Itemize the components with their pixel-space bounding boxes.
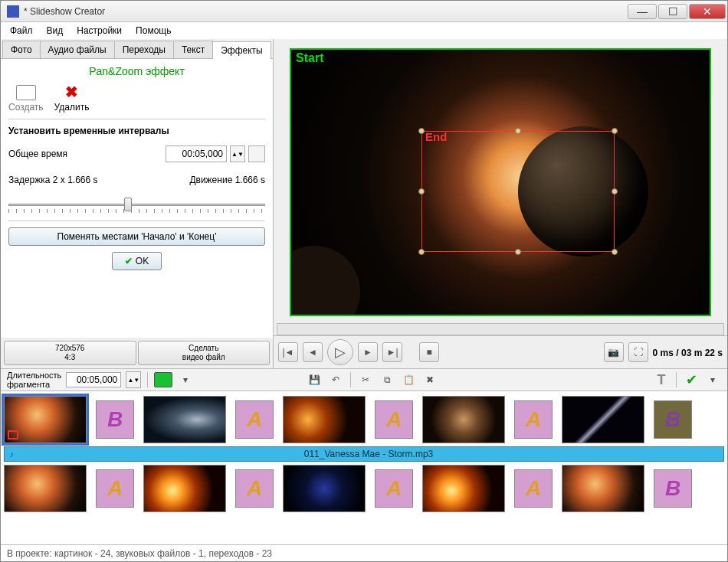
menu-file[interactable]: Файл [4,24,39,38]
snapshot-button[interactable]: 📷 [604,342,624,362]
preview-scrollbar[interactable] [277,323,724,335]
paste-icon[interactable]: 📋 [400,371,417,388]
timeline-row: A A A A B [4,465,724,512]
stop-button[interactable]: ■ [419,342,439,362]
timeline[interactable]: B A A A B ♪ 011_Vanessa Mae - Storm.mp3 … [1,391,727,544]
ok-label: OK [136,256,149,266]
fragment-duration-spinner[interactable]: ▲▼ [126,371,141,388]
time-spinner[interactable]: ▲▼ [230,145,245,162]
transition-thumb[interactable]: A [375,469,413,508]
face-thumbnail[interactable] [154,372,172,387]
tab-effects[interactable]: Эффекты [212,41,271,59]
effect-indicator-icon [8,430,18,439]
resize-handle[interactable] [612,188,618,194]
slide-thumb[interactable] [143,396,226,443]
make-video-button[interactable]: Сделать видео файл [138,341,271,365]
cut-icon[interactable]: ✂ [357,371,374,388]
delay-motion-slider[interactable] [8,196,265,213]
text-tool-icon[interactable]: T [653,371,670,388]
right-panel: Start End |◄ ◄ ▷ ► ►| [274,39,727,368]
delay-label: Задержка 2 x 1.666 s [8,175,98,185]
resize-handle[interactable] [418,128,425,134]
slide-thumb[interactable] [4,465,87,512]
slide-thumb[interactable] [283,396,366,443]
tab-audio[interactable]: Аудио файлы [40,41,115,58]
effects-panel: Pan&Zoom эффект Создать ✖ Удалить Устано… [1,59,273,338]
apply-icon[interactable]: ✔ [683,371,700,388]
tab-transitions[interactable]: Переходы [114,41,174,58]
slide-thumb[interactable] [4,396,87,443]
resize-handle[interactable] [515,128,521,134]
x-icon: ✖ [64,83,80,100]
slide-thumb[interactable] [422,465,505,512]
close-button[interactable]: ✕ [689,4,726,19]
play-button[interactable]: ▷ [327,339,353,365]
transition-thumb[interactable]: A [514,469,553,508]
preview-canvas[interactable]: Start End [290,48,711,316]
transition-thumb[interactable]: A [375,400,413,439]
menubar: Файл Вид Настройки Помощь [1,22,727,39]
motion-label: Движение 1.666 s [189,175,265,185]
time-aux-button[interactable] [248,145,265,162]
delete-icon[interactable]: ✖ [421,371,438,388]
tab-photo[interactable]: Фото [2,41,41,58]
resize-handle[interactable] [612,128,618,134]
transition-thumb[interactable]: B [96,400,134,439]
slide-thumb[interactable] [143,465,226,512]
menu-help[interactable]: Помощь [130,24,177,38]
audio-track[interactable]: ♪ 011_Vanessa Mae - Storm.mp3 [4,446,724,462]
timeline-toolbar: Длительность фрагмента ▲▼ ▾ 💾 ↶ ✂ ⧉ 📋 ✖ … [1,368,727,391]
app-icon [7,5,19,18]
transition-thumb[interactable]: B [654,400,692,439]
check-icon: ✔ [125,256,133,266]
delete-effect-button[interactable]: ✖ Удалить [54,83,90,113]
rect-icon [16,85,36,100]
transition-thumb[interactable]: B [654,469,692,508]
ok-button[interactable]: ✔ OK [112,252,162,270]
intervals-heading: Установить временные интервалы [8,126,265,136]
titlebar: * Slideshow Creator — ☐ ✕ [1,1,727,22]
tab-text[interactable]: Текст [173,41,213,58]
resize-handle[interactable] [418,188,425,194]
transition-thumb[interactable]: A [514,400,553,439]
prev-frame-button[interactable]: ◄ [303,342,323,362]
fragment-duration-label: Длительность фрагмента [7,371,61,389]
window-title: * Slideshow Creator [24,6,626,17]
total-time-input[interactable] [166,145,227,162]
create-label: Создать [8,102,44,113]
resize-handle[interactable] [418,249,425,255]
end-frame-rect[interactable]: End [421,131,615,252]
slide-thumb[interactable] [422,396,505,443]
maximize-button[interactable]: ☐ [658,4,687,19]
statusbar: В проекте: картинок - 24, звуковых файло… [1,544,727,561]
left-panel: Фото Аудио файлы Переходы Текст Эффекты … [1,39,274,368]
resize-handle[interactable] [515,249,521,255]
resolution-button[interactable]: 720x576 4:3 [4,341,136,365]
effect-title: Pan&Zoom эффект [8,65,265,77]
save-icon[interactable]: 💾 [306,371,323,388]
slide-thumb[interactable] [562,396,644,443]
fullscreen-button[interactable]: ⛶ [628,342,648,362]
next-frame-button[interactable]: ► [358,342,378,362]
create-effect-button[interactable]: Создать [8,85,44,113]
transition-thumb[interactable]: A [235,469,274,508]
swap-start-end-button[interactable]: Поменять местами 'Начало' и 'Конец' [8,227,265,246]
resize-handle[interactable] [612,249,618,255]
undo-icon[interactable]: ↶ [327,371,344,388]
goto-end-button[interactable]: ►| [382,342,402,362]
copy-icon[interactable]: ⧉ [379,371,395,388]
start-frame-label: Start [296,51,323,65]
goto-start-button[interactable]: |◄ [278,342,298,362]
minimize-button[interactable]: — [628,4,657,19]
chevron-down-icon[interactable]: ▾ [177,371,194,388]
apply-dropdown-icon[interactable]: ▾ [704,371,721,388]
transition-thumb[interactable]: A [235,400,274,439]
menu-view[interactable]: Вид [41,24,70,38]
playback-bar: |◄ ◄ ▷ ► ►| ■ 📷 ⛶ 0 ms / 03 m 22 s [274,335,727,368]
slide-thumb[interactable] [562,465,644,512]
slide-thumb[interactable] [283,465,366,512]
fragment-duration-input[interactable] [66,372,121,387]
audio-filename: 011_Vanessa Mae - Storm.mp3 [18,449,719,459]
transition-thumb[interactable]: A [96,469,134,508]
menu-settings[interactable]: Настройки [71,24,128,38]
